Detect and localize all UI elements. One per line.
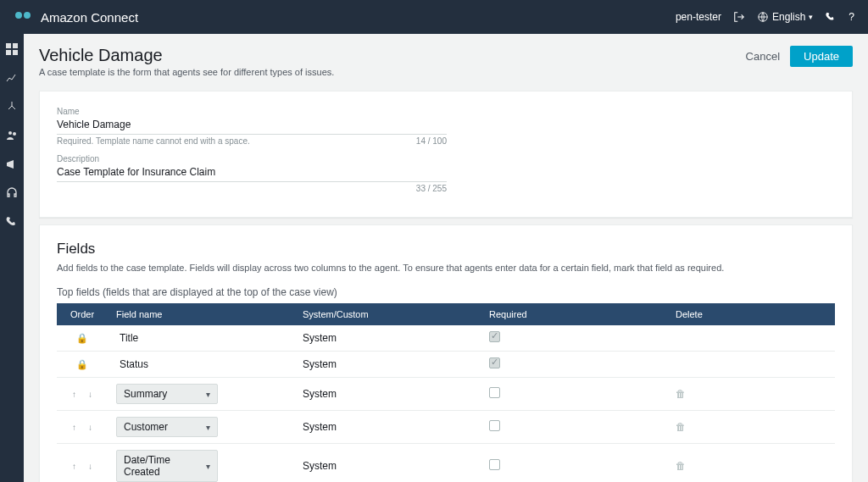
system-custom-label: System [294,352,481,378]
delete-icon[interactable]: 🗑 [676,460,686,472]
move-down-arrow[interactable]: ↓ [88,423,92,432]
nav-announce-icon[interactable] [5,158,19,171]
page-header: Vehicle Damage A case template is the fo… [39,34,853,84]
nav-metrics-icon[interactable] [5,71,19,85]
update-button[interactable]: Update [790,46,853,67]
chevron-down-icon: ▾ [809,13,813,21]
system-custom-label: System [294,411,481,444]
table-row: ↑↓Date/Time CreatedSystem🗑 [57,444,835,483]
logout-icon[interactable] [733,11,745,23]
system-custom-label: System [294,325,481,352]
nav-users-icon[interactable] [5,129,19,142]
svg-rect-1 [6,43,11,48]
fields-desc: Add fields to the case template. Fields … [57,263,835,273]
system-custom-label: System [294,378,481,411]
nav-headset-icon[interactable] [5,186,19,200]
nav-routing-icon[interactable] [5,100,19,114]
desc-label: Description [57,154,447,163]
globe-icon [757,11,769,23]
user-name[interactable]: pen-tester [676,11,721,23]
help-button[interactable]: ? [849,11,854,23]
template-info-card: Name Vehicle Damage Required. Template n… [39,91,853,218]
phone-icon[interactable] [825,11,837,23]
field-name-dropdown[interactable]: Customer [116,417,218,437]
move-up-arrow[interactable]: ↑ [72,390,76,399]
required-checkbox[interactable] [489,459,500,470]
desc-input[interactable]: Case Template for Insurance Claim [57,166,215,178]
table-row: 🔒StatusSystem [57,352,835,378]
lock-icon: 🔒 [65,333,99,344]
name-hint: Required. Template name cannot end with … [57,136,250,146]
svg-point-5 [8,131,12,135]
fields-card: Fields Add fields to the case template. … [39,224,853,482]
fields-subhead: Top fields (fields that are displayed at… [57,286,835,298]
nav-dashboard-icon[interactable] [5,42,19,56]
move-up-arrow[interactable]: ↑ [72,423,76,432]
col-order: Order [57,303,108,325]
page-subtitle: A case template is the form that agents … [39,67,334,77]
table-row: ↑↓CustomerSystem🗑 [57,411,835,444]
svg-rect-4 [13,50,18,55]
delete-icon[interactable]: 🗑 [676,421,686,433]
name-input[interactable]: Vehicle Damage [57,119,131,130]
name-counter: 14 / 100 [416,136,447,146]
move-up-arrow[interactable]: ↑ [72,462,76,471]
svg-point-6 [13,132,16,136]
field-name-dropdown[interactable]: Summary [116,384,218,404]
move-down-arrow[interactable]: ↓ [88,390,92,399]
field-name-text: Title [116,332,138,344]
required-checkbox[interactable] [489,420,500,431]
move-down-arrow[interactable]: ↓ [88,462,92,471]
page-title: Vehicle Damage [39,46,334,65]
required-checkbox [489,357,500,368]
fields-table: Order Field name System/Custom Required … [57,303,835,482]
delete-icon[interactable]: 🗑 [676,388,686,400]
system-custom-label: System [294,444,481,483]
required-checkbox [489,331,500,342]
svg-rect-3 [6,50,11,55]
logo[interactable]: Amazon Connect [14,7,138,27]
col-required: Required [481,303,667,325]
fields-heading: Fields [57,241,835,258]
topbar: Amazon Connect pen-tester English ▾ ? [0,0,868,34]
nav-phone-icon[interactable] [5,215,19,229]
field-name-text: Status [116,358,148,370]
col-system: System/Custom [294,303,481,325]
desc-counter: 33 / 255 [416,184,447,193]
topbar-right: pen-tester English ▾ ? [676,11,854,23]
lock-icon: 🔒 [65,359,99,370]
col-field-name: Field name [108,303,294,325]
name-label: Name [57,107,447,116]
cancel-button[interactable]: Cancel [746,50,780,63]
language-selector[interactable]: English ▾ [757,11,813,23]
table-row: 🔒TitleSystem [57,325,835,352]
required-checkbox[interactable] [489,387,500,398]
field-name-dropdown[interactable]: Date/Time Created [116,450,218,482]
product-name: Amazon Connect [41,10,138,25]
table-row: ↑↓SummarySystem🗑 [57,378,835,411]
col-delete: Delete [667,303,835,325]
connect-logo-icon [14,7,34,27]
sidenav [0,34,24,482]
svg-rect-2 [13,43,18,48]
main-content: Vehicle Damage A case template is the fo… [24,34,868,482]
